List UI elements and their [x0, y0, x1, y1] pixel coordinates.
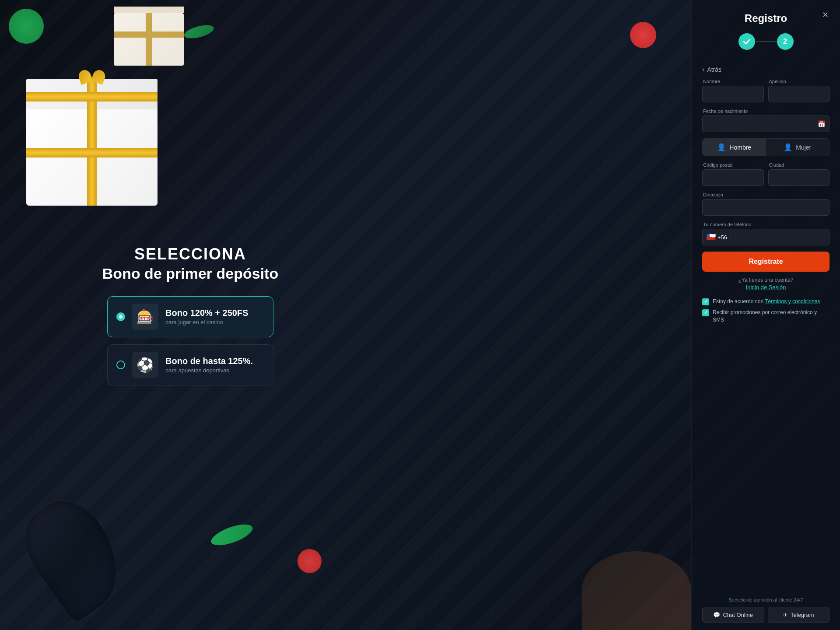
telegram-label: Telegram [791, 612, 814, 618]
back-link[interactable]: ‹ Atrás [692, 64, 840, 79]
chat-online-button[interactable]: 💬 Chat Online [702, 607, 764, 623]
panel-title: Registro [702, 12, 830, 24]
register-button[interactable]: Regístrate [702, 252, 830, 272]
name-row: Nombre Apellido [702, 79, 830, 102]
ciudad-label: Ciudad [768, 162, 830, 168]
fecha-input[interactable] [702, 116, 830, 132]
step-line [755, 41, 777, 42]
bonus-title-top: SELECCIONA [102, 245, 278, 263]
bonus-card-sports[interactable]: ⚽ Bono de hasta 125%. para apuestas depo… [107, 344, 273, 385]
bonus-title: SELECCIONA Bono de primer depósito [102, 245, 278, 282]
step-1 [738, 33, 755, 50]
telegram-button[interactable]: ✈ Telegram [768, 607, 830, 623]
phone-input[interactable] [731, 234, 829, 241]
postal-city-row: Código postal Ciudad [702, 162, 830, 186]
terms-checkbox[interactable] [702, 298, 709, 305]
promo-text: Recibir promociones por correo electróni… [713, 309, 830, 324]
gender-mujer[interactable]: 👤 Mujer [766, 139, 830, 156]
date-wrapper: 📅 [702, 116, 830, 132]
ciudad-input[interactable] [768, 169, 830, 186]
phone-flag-selector[interactable]: 🇨🇱 +56 [703, 229, 731, 245]
decor-bottom-right [582, 551, 691, 630]
terms-checkbox-item: Estoy de acuerdo con Términos y condicio… [702, 298, 830, 305]
nombre-group: Nombre [702, 79, 764, 102]
country-code: +56 [718, 234, 727, 241]
phone-wrapper: 🇨🇱 +56 [702, 229, 830, 245]
direccion-group: Dirección [702, 192, 830, 216]
promo-checkbox[interactable] [702, 309, 709, 316]
fecha-group: Fecha de nacimiento 📅 [702, 108, 830, 132]
male-icon: 👤 [717, 143, 726, 151]
bonus-cards-list: 🎰 Bono 120% + 250FS para jugar en el cas… [107, 296, 273, 385]
direccion-input[interactable] [702, 199, 830, 216]
promo-checkbox-item: Recibir promociones por correo electróni… [702, 309, 830, 324]
bonus-icon-sports: ⚽ [132, 352, 158, 378]
direccion-label: Dirección [702, 192, 830, 197]
bonus-text-sports: Bono de hasta 125%. para apuestas deport… [165, 356, 264, 374]
telefono-label: Tu número de teléfono [702, 222, 830, 227]
ciudad-group: Ciudad [768, 162, 830, 186]
bonus-card-casino[interactable]: 🎰 Bono 120% + 250FS para jugar en el cas… [107, 296, 273, 337]
bonus-name-sports: Bono de hasta 125%. [165, 356, 264, 366]
gender-hombre[interactable]: 👤 Hombre [703, 139, 766, 156]
bonus-desc-sports: para apuestas deportivas [165, 367, 264, 374]
back-arrow-icon: ‹ [702, 66, 704, 74]
apellido-label: Apellido [768, 79, 830, 84]
step-2: 2 [777, 33, 794, 50]
panel-header: Registro ✕ 2 [692, 0, 840, 64]
terms-text: Estoy de acuerdo con Términos y condicio… [713, 298, 820, 305]
form-body: Nombre Apellido Fecha de nacimiento 📅 👤 … [692, 79, 840, 590]
gender-selector: 👤 Hombre 👤 Mujer [702, 138, 830, 156]
support-buttons: 💬 Chat Online ✈ Telegram [702, 607, 830, 623]
codigo-postal-group: Código postal [702, 162, 764, 186]
back-label: Atrás [707, 66, 721, 73]
chat-label: Chat Online [723, 612, 753, 618]
gender-mujer-label: Mujer [796, 144, 811, 151]
codigo-postal-label: Código postal [702, 162, 764, 168]
registration-panel: Registro ✕ 2 ‹ Atrás Nombre [691, 0, 840, 630]
login-link[interactable]: Inicio de Sesión [746, 284, 786, 290]
checkbox-group: Estoy de acuerdo con Términos y condicio… [702, 298, 830, 324]
bonus-desc-casino: para jugar en el casino [165, 319, 264, 326]
steps-indicator: 2 [702, 33, 830, 50]
gender-hombre-label: Hombre [729, 144, 751, 151]
chat-icon: 💬 [713, 612, 720, 618]
radio-sports [116, 360, 125, 369]
calendar-icon[interactable]: 📅 [818, 120, 825, 127]
login-area: ¿Ya tienes una cuenta? Inicio de Sesión [702, 277, 830, 291]
telegram-icon: ✈ [783, 612, 788, 618]
bonus-title-bottom: Bono de primer depósito [102, 265, 278, 282]
radio-casino [116, 312, 125, 321]
nombre-input[interactable] [702, 86, 764, 102]
support-section: Servicio de atención al cliente 24/7 💬 C… [692, 590, 840, 630]
bonus-text-casino: Bono 120% + 250FS para jugar en el casin… [165, 308, 264, 326]
chile-flag-icon: 🇨🇱 [706, 232, 716, 242]
login-question: ¿Ya tienes una cuenta? [702, 277, 830, 283]
bonus-selection-panel: SELECCIONA Bono de primer depósito 🎰 Bon… [0, 0, 381, 630]
phone-group: Tu número de teléfono 🇨🇱 +56 [702, 222, 830, 245]
female-icon: 👤 [784, 143, 792, 151]
terms-link[interactable]: Términos y condiciones [765, 298, 820, 304]
bonus-icon-casino: 🎰 [132, 304, 158, 330]
fecha-label: Fecha de nacimiento [702, 108, 830, 114]
apellido-input[interactable] [768, 86, 830, 102]
bonus-name-casino: Bono 120% + 250FS [165, 308, 264, 318]
close-button[interactable]: ✕ [819, 9, 831, 21]
codigo-postal-input[interactable] [702, 169, 764, 186]
customer-service-label: Servicio de atención al cliente 24/7 [702, 597, 830, 602]
nombre-label: Nombre [702, 79, 764, 84]
apellido-group: Apellido [768, 79, 830, 102]
